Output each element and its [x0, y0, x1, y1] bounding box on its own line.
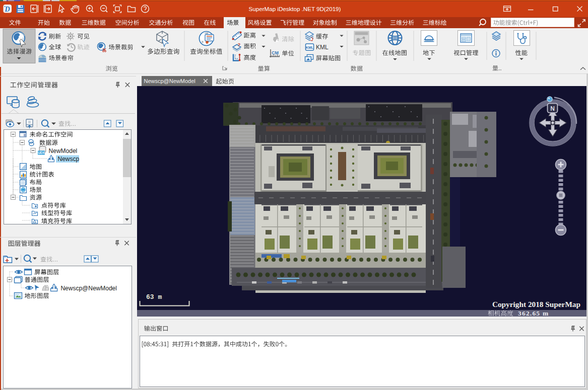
svg-text:362.65 m: 362.65 m — [518, 309, 549, 317]
svg-text:Copyright 2018 SuperMap: Copyright 2018 SuperMap — [492, 300, 580, 308]
svg-text:NewModel: NewModel — [49, 147, 78, 154]
svg-text:N: N — [550, 105, 555, 112]
svg-text:Newscp@NewModel: Newscp@NewModel — [60, 285, 117, 292]
svg-text:Newscp: Newscp — [58, 155, 80, 163]
svg-text:?: ? — [238, 42, 241, 47]
svg-text:KML: KML — [316, 44, 329, 51]
svg-text:63 m: 63 m — [146, 293, 162, 301]
svg-text:KML: KML — [306, 46, 314, 49]
svg-text:SuperMap iDesktop .NET 9D(2019: SuperMap iDesktop .NET 9D(2019) — [249, 6, 341, 12]
svg-text:CM: CM — [272, 50, 279, 55]
svg-text:Newscp@NewModel: Newscp@NewModel — [144, 78, 195, 84]
svg-text:UDX: UDX — [38, 151, 45, 154]
